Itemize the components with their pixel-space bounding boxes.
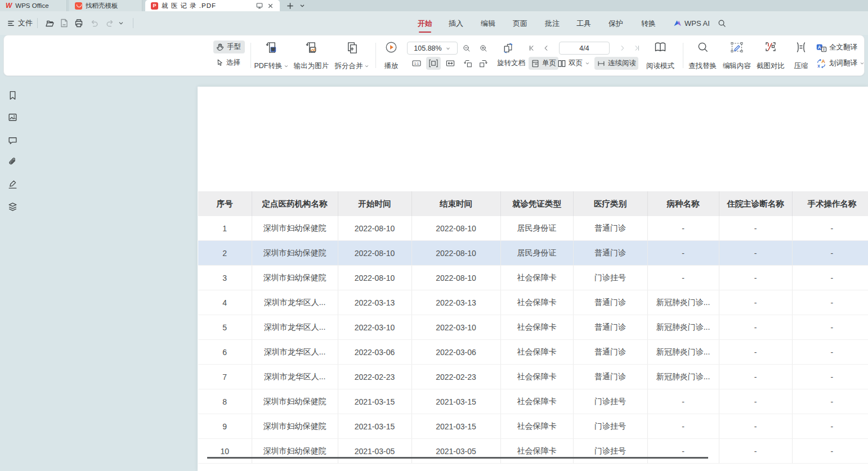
chevron-down-icon — [284, 64, 289, 69]
rotate-right-button[interactable] — [476, 57, 490, 70]
edit-content-button[interactable]: 编辑内容 — [720, 39, 754, 73]
pdf-page[interactable]: 序号定点医药机构名称开始时间结束时间就诊凭证类型医疗类别病种名称住院主诊断名称手… — [198, 87, 868, 471]
table-cell: 门诊挂号 — [573, 389, 647, 414]
select-tool-button[interactable]: 选择 — [213, 56, 245, 69]
table-cell: 8 — [198, 389, 252, 414]
table-cell: 2022-08-10 — [411, 241, 500, 266]
rotate-cw-icon — [478, 58, 488, 69]
hand-tool-label: 手型 — [227, 42, 241, 52]
undo-button[interactable] — [88, 16, 101, 30]
menu-item-convert[interactable]: 转换 — [641, 19, 656, 29]
book-icon — [654, 41, 667, 54]
table-cell: - — [792, 241, 868, 266]
thumbnails-panel-button[interactable] — [7, 112, 18, 123]
actual-size-button[interactable]: 1:1 — [409, 57, 424, 70]
signature-pen-icon — [7, 179, 18, 190]
fit-width-button[interactable] — [426, 57, 441, 70]
compress-button[interactable]: 压缩 — [788, 39, 815, 73]
zoom-out-button[interactable] — [460, 42, 473, 55]
table-cell: 社会保障卡 — [500, 365, 573, 389]
zoom-level-select[interactable]: 105.88% — [407, 42, 458, 55]
menu-item-page[interactable]: 页面 — [513, 19, 527, 29]
fit-page-button[interactable] — [443, 57, 458, 70]
tab-monitor-icon[interactable] — [256, 2, 263, 10]
export-image-button[interactable]: 输出为图片 — [290, 39, 333, 73]
single-page-button[interactable]: 单页 — [529, 57, 558, 70]
next-page-button[interactable] — [616, 42, 629, 55]
new-tab-button[interactable] — [285, 1, 295, 11]
rotate-document-button[interactable]: 旋转文档 — [495, 57, 527, 70]
first-page-button[interactable] — [525, 42, 538, 55]
quickbar-chevron-icon[interactable] — [116, 16, 126, 30]
previous-page-button[interactable] — [540, 42, 552, 55]
menu-item-edit[interactable]: 编辑 — [481, 19, 495, 29]
table-cell: 深圳市妇幼保健院 — [252, 266, 338, 290]
screenshot-compare-button[interactable]: 截图对比 — [754, 39, 788, 73]
layers-panel-button[interactable] — [7, 201, 18, 212]
comments-panel-button[interactable] — [7, 135, 18, 146]
pdf-convert-button[interactable]: W PDF转换 — [252, 39, 291, 73]
read-mode-button[interactable]: 阅读模式 — [643, 39, 677, 73]
tab-docer-templates[interactable]: 找稻壳模板 — [69, 0, 142, 11]
svg-text:A: A — [818, 44, 821, 50]
menu-item-home[interactable]: 开始 — [418, 19, 432, 29]
table-cell: 1 — [198, 216, 252, 241]
full-translate-icon: A文 — [816, 42, 827, 53]
wps-logo-icon: W — [6, 2, 12, 9]
table-header-cell: 手术操作名称 — [792, 191, 868, 216]
export-image-label: 输出为图片 — [294, 61, 329, 71]
save-button[interactable] — [57, 16, 71, 30]
signature-panel-button[interactable] — [7, 179, 18, 190]
double-page-button[interactable]: 双页 — [555, 57, 592, 70]
table-cell: 门诊挂号 — [573, 439, 647, 464]
table-header-cell: 病种名称 — [647, 191, 719, 216]
play-icon — [384, 41, 398, 54]
tab-close-icon[interactable] — [267, 2, 274, 10]
table-cell: - — [792, 266, 868, 290]
table-cell: 2021-03-15 — [411, 389, 500, 414]
table-cell: 5 — [198, 315, 252, 340]
open-file-button[interactable] — [43, 16, 56, 30]
zoom-in-button[interactable] — [477, 42, 490, 55]
tab-wps-office[interactable]: W WPS Office — [0, 0, 67, 11]
tab-list-chevron-icon[interactable] — [297, 1, 307, 11]
last-page-button[interactable] — [631, 42, 643, 55]
table-cell: - — [719, 216, 792, 241]
bookmarks-panel-button[interactable] — [7, 90, 18, 101]
table-cell: 门诊挂号 — [573, 266, 647, 290]
print-button[interactable] — [72, 16, 86, 30]
page-number-input[interactable]: 4/4 — [559, 42, 610, 55]
full-translate-button[interactable]: A文 全文翻译 — [813, 41, 860, 54]
medical-records-table: 序号定点医药机构名称开始时间结束时间就诊凭证类型医疗类别病种名称住院主诊断名称手… — [198, 191, 868, 464]
rotate-left-button[interactable] — [461, 57, 475, 70]
redo-button[interactable] — [102, 16, 116, 30]
ribbon-search-button[interactable] — [715, 16, 728, 30]
table-cell: 新冠肺炎门诊... — [647, 290, 719, 315]
continuous-reading-button[interactable]: 连续阅读 — [594, 57, 638, 70]
layers-icon — [7, 201, 18, 212]
table-cell: 2022-08-10 — [338, 241, 411, 266]
table-cell: 门诊挂号 — [573, 414, 647, 439]
play-button[interactable]: 播放 — [378, 39, 405, 73]
menu-item-insert[interactable]: 插入 — [449, 19, 463, 29]
word-translate-icon: Ax — [816, 58, 827, 69]
table-cell: 新冠肺炎门诊... — [647, 340, 719, 365]
menu-item-tools[interactable]: 工具 — [576, 19, 591, 29]
word-translate-button[interactable]: Ax 划词翻译 — [813, 57, 867, 70]
table-cell: - — [647, 241, 719, 266]
replace-pages-button[interactable] — [500, 42, 516, 55]
table-cell: 社会保障卡 — [500, 266, 573, 290]
tab-medical-record-pdf[interactable]: P 就 医 记 录 .PDF — [145, 0, 280, 11]
attachments-panel-button[interactable] — [7, 157, 18, 168]
wps-ai-button[interactable]: WPS AI — [673, 16, 710, 30]
file-menu-button[interactable]: 文件 — [7, 16, 33, 30]
comment-icon — [7, 135, 18, 146]
hand-tool-button[interactable]: 手型 — [213, 41, 245, 53]
split-merge-button[interactable]: 拆分合并 — [332, 39, 372, 73]
table-cell: 3 — [198, 266, 252, 290]
menu-item-protect[interactable]: 保护 — [609, 19, 623, 29]
find-replace-button[interactable]: 查找替换 — [686, 39, 719, 73]
menu-item-comment[interactable]: 批注 — [545, 19, 560, 29]
table-cell: 2021-03-15 — [338, 389, 411, 414]
table-row: 9深圳市妇幼保健院2021-03-152021-03-15社会保障卡门诊挂号--… — [198, 414, 868, 439]
